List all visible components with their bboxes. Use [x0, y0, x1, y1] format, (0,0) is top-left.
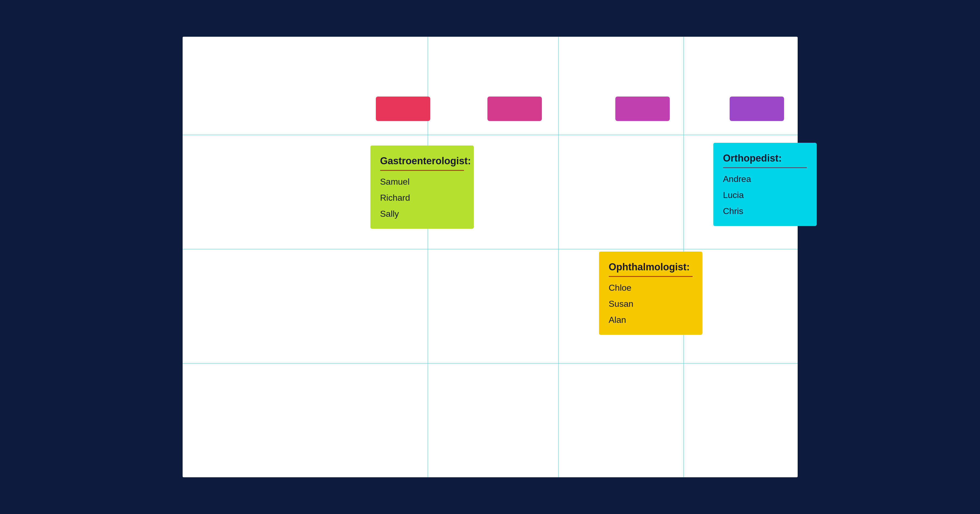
gastroenterologist-item-3: Sally	[380, 209, 464, 219]
ophthalmologist-title: Ophthalmologist:	[609, 261, 693, 277]
ophthalmologist-item-1: Chloe	[609, 283, 693, 293]
orthopedist-item-1: Andrea	[723, 174, 807, 184]
orthopedist-title: Orthopedist:	[723, 152, 807, 168]
hline-1	[183, 135, 798, 135]
hline-3	[183, 363, 798, 363]
gastroenterologist-item-1: Samuel	[380, 177, 464, 187]
header-pill-4[interactable]	[730, 97, 784, 121]
orthopedist-item-3: Chris	[723, 206, 807, 216]
vline-2	[558, 37, 559, 477]
header-pill-1[interactable]	[376, 97, 430, 121]
ophthalmologist-item-3: Alan	[609, 315, 693, 325]
ophthalmologist-item-2: Susan	[609, 299, 693, 309]
orthopedist-card[interactable]: Orthopedist: Andrea Lucia Chris	[713, 143, 817, 226]
ophthalmologist-card[interactable]: Ophthalmologist: Chloe Susan Alan	[599, 252, 702, 335]
canvas: Gastroenterologist: Samuel Richard Sally…	[183, 37, 798, 477]
orthopedist-item-2: Lucia	[723, 190, 807, 200]
gastroenterologist-title: Gastroenterologist:	[380, 155, 464, 171]
header-pill-2[interactable]	[487, 97, 542, 121]
hline-2	[183, 249, 798, 249]
header-pill-3[interactable]	[615, 97, 670, 121]
gastroenterologist-card[interactable]: Gastroenterologist: Samuel Richard Sally	[371, 146, 474, 229]
gastroenterologist-item-2: Richard	[380, 193, 464, 203]
